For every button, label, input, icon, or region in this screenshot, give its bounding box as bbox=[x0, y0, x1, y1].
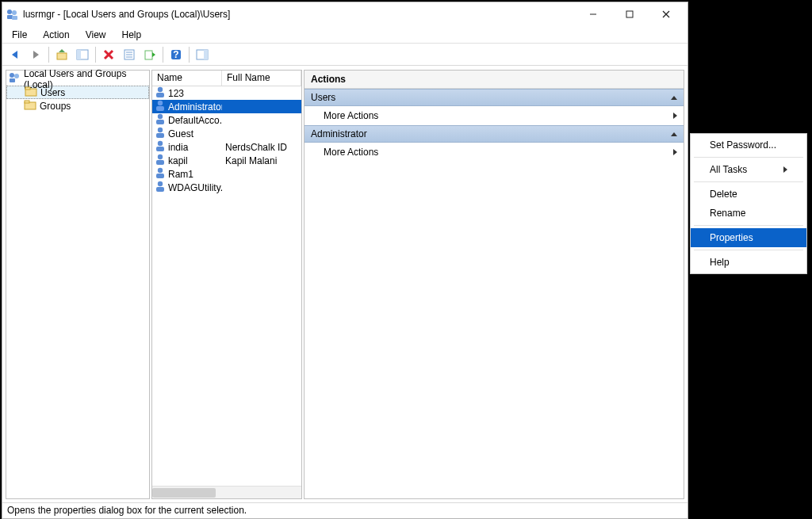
user-name-label: WDAGUtility... bbox=[168, 182, 222, 193]
titlebar: lusrmgr - [Local Users and Groups (Local… bbox=[2, 2, 688, 26]
delete-button-icon[interactable] bbox=[99, 46, 118, 63]
window-title: lusrmgr - [Local Users and Groups (Local… bbox=[23, 9, 575, 20]
menubar: File Action View Help bbox=[2, 26, 688, 44]
menu-action[interactable]: Action bbox=[35, 28, 77, 42]
user-icon bbox=[154, 180, 167, 195]
ctx-rename[interactable]: Rename bbox=[691, 204, 806, 223]
list-row[interactable]: Administrator bbox=[152, 100, 301, 113]
maximize-button[interactable] bbox=[611, 2, 648, 26]
list-body: 123AdministratorDefaultAcco...Guestindia… bbox=[152, 86, 301, 486]
svg-rect-40 bbox=[156, 133, 164, 138]
scrollbar-thumb[interactable] bbox=[152, 488, 216, 498]
ctx-delete[interactable]: Delete bbox=[691, 185, 806, 204]
svg-rect-5 bbox=[626, 11, 633, 17]
ctx-rename-label: Rename bbox=[710, 208, 745, 219]
user-name-label: Ram1 bbox=[168, 169, 193, 180]
svg-marker-9 bbox=[33, 51, 39, 59]
list-row[interactable]: DefaultAcco... bbox=[152, 113, 301, 127]
forward-button[interactable] bbox=[26, 46, 45, 63]
actions-section-admin-label: Administrator bbox=[311, 128, 367, 139]
list-row[interactable]: Guest bbox=[152, 127, 301, 140]
ctx-set-password-label: Set Password... bbox=[710, 139, 776, 151]
folder-icon bbox=[24, 98, 36, 113]
svg-text:?: ? bbox=[173, 49, 178, 60]
user-name-label: india bbox=[168, 142, 188, 153]
svg-point-35 bbox=[158, 101, 163, 105]
ctx-delete-label: Delete bbox=[710, 189, 737, 200]
svg-rect-10 bbox=[57, 53, 67, 59]
list-row[interactable]: 123 bbox=[152, 86, 301, 100]
status-text: Opens the properties dialog box for the … bbox=[7, 505, 247, 516]
user-name-label: DefaultAcco... bbox=[168, 115, 222, 126]
user-name-label: Administrator bbox=[168, 101, 222, 113]
menu-view[interactable]: View bbox=[78, 28, 114, 42]
properties-button-icon[interactable] bbox=[120, 46, 139, 63]
help-button-icon[interactable]: ? bbox=[167, 46, 186, 63]
show-hide-action-pane-button[interactable] bbox=[193, 46, 212, 63]
actions-section-users-label: Users bbox=[311, 92, 335, 103]
list-row[interactable]: kapilKapil Malani bbox=[152, 154, 301, 167]
submenu-icon bbox=[673, 149, 677, 155]
svg-point-33 bbox=[158, 87, 163, 92]
context-menu-separator bbox=[694, 225, 803, 226]
ctx-help[interactable]: Help bbox=[691, 253, 806, 272]
client-area: Local Users and Groups (Local) Users Gro… bbox=[2, 66, 688, 502]
horizontal-scrollbar[interactable] bbox=[152, 486, 301, 498]
list-header: Name Full Name bbox=[152, 71, 301, 86]
back-button[interactable] bbox=[6, 46, 25, 63]
svg-rect-38 bbox=[156, 120, 164, 124]
ctx-properties[interactable]: Properties bbox=[691, 228, 806, 247]
svg-rect-32 bbox=[25, 101, 29, 103]
tree-node-groups[interactable]: Groups bbox=[6, 99, 149, 113]
collapse-icon bbox=[671, 96, 677, 100]
actions-more-actions-users[interactable]: More Actions bbox=[304, 106, 684, 125]
show-hide-tree-button[interactable] bbox=[73, 46, 92, 63]
menu-file[interactable]: File bbox=[4, 28, 35, 42]
up-one-level-button[interactable] bbox=[52, 46, 71, 63]
collapse-icon bbox=[671, 132, 677, 136]
list-pane: Name Full Name 123AdministratorDefaultAc… bbox=[151, 70, 302, 499]
svg-rect-25 bbox=[204, 50, 208, 59]
column-header-fullname[interactable]: Full Name bbox=[222, 71, 301, 86]
user-name-label: 123 bbox=[168, 88, 184, 99]
actions-pane: Actions Users More Actions Administrator… bbox=[304, 70, 684, 499]
context-menu-separator bbox=[694, 181, 803, 182]
svg-rect-44 bbox=[156, 160, 164, 165]
list-row[interactable]: indiaNerdsChalk ID bbox=[152, 140, 301, 154]
actions-pane-title: Actions bbox=[304, 71, 684, 89]
context-menu-separator bbox=[694, 250, 803, 250]
svg-rect-20 bbox=[145, 51, 152, 59]
export-list-button[interactable] bbox=[140, 46, 159, 63]
svg-rect-48 bbox=[156, 187, 164, 192]
main-window: lusrmgr - [Local Users and Groups (Local… bbox=[2, 2, 688, 519]
ctx-all-tasks[interactable]: All Tasks bbox=[691, 160, 806, 179]
menu-help[interactable]: Help bbox=[114, 28, 150, 42]
list-row[interactable]: WDAGUtility... bbox=[152, 181, 301, 194]
svg-point-45 bbox=[158, 168, 163, 173]
column-header-name[interactable]: Name bbox=[152, 71, 222, 86]
actions-section-administrator[interactable]: Administrator bbox=[304, 125, 684, 143]
ctx-all-tasks-label: All Tasks bbox=[710, 164, 747, 175]
svg-rect-30 bbox=[25, 87, 30, 90]
svg-point-39 bbox=[158, 128, 163, 132]
toolbar-separator bbox=[95, 47, 96, 63]
svg-rect-46 bbox=[156, 174, 164, 178]
ctx-set-password[interactable]: Set Password... bbox=[691, 135, 806, 155]
svg-point-37 bbox=[158, 114, 163, 119]
actions-more-actions-admin[interactable]: More Actions bbox=[304, 143, 684, 162]
tree-groups-label: Groups bbox=[40, 101, 71, 112]
minimize-button[interactable] bbox=[575, 2, 611, 26]
svg-marker-8 bbox=[12, 51, 17, 59]
close-button[interactable] bbox=[648, 2, 684, 26]
toolbar-separator bbox=[189, 47, 190, 63]
svg-point-28 bbox=[14, 74, 19, 78]
list-row[interactable]: Ram1 bbox=[152, 167, 301, 181]
cell-fullname: Kapil Malani bbox=[222, 155, 301, 166]
svg-point-2 bbox=[12, 10, 17, 15]
svg-point-43 bbox=[158, 155, 163, 159]
tree-users-label: Users bbox=[40, 87, 65, 98]
svg-point-0 bbox=[7, 10, 12, 14]
tree-root[interactable]: Local Users and Groups (Local) bbox=[6, 72, 149, 86]
actions-section-users[interactable]: Users bbox=[304, 89, 684, 106]
toolbar-separator bbox=[48, 47, 49, 63]
